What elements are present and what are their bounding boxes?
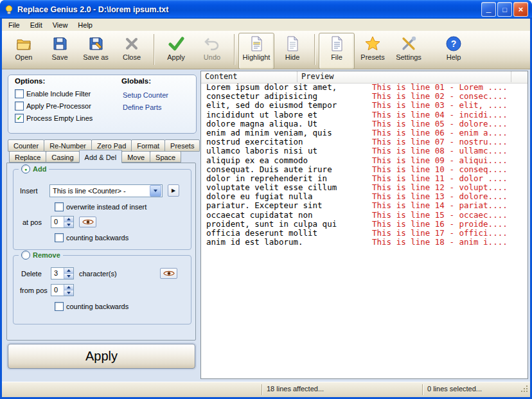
presets-button[interactable]: Presets <box>355 33 391 69</box>
characters-label: character(s) <box>79 270 117 278</box>
preview-eye-button-add[interactable] <box>79 217 96 227</box>
save-button[interactable]: Save <box>42 33 78 69</box>
at-pos-spinner[interactable]: 0 <box>51 216 74 228</box>
spinner-down-icon <box>67 275 71 278</box>
table-row[interactable]: proident, sunt in culpa quiThis is line … <box>201 220 528 229</box>
menu-edit[interactable]: Edit <box>25 20 48 30</box>
add-radio[interactable]: ● <box>21 164 30 173</box>
table-row[interactable]: dolor in reprehenderit inThis is line 11… <box>201 174 528 183</box>
spinner-up-button[interactable] <box>64 285 73 290</box>
preview-cell: This is line 03 - elit, .... <box>372 101 508 110</box>
content-column-header[interactable]: Content <box>201 71 297 82</box>
preview-eye-button-remove[interactable] <box>160 268 177 279</box>
tab-replace[interactable]: Replace <box>9 151 46 163</box>
spinner-down-button[interactable] <box>64 290 73 296</box>
list-rows: Lorem ipsum dolor sit amet,This is line … <box>201 83 528 378</box>
content-cell: dolor in reprehenderit in <box>206 174 327 183</box>
setup-counter-link[interactable]: Setup Counter <box>123 91 168 99</box>
tab-presets[interactable]: Presets <box>164 139 200 152</box>
highlight-button[interactable]: Highlight <box>238 33 274 69</box>
spinner-down-button[interactable] <box>64 274 73 279</box>
help-button[interactable]: ? Help <box>436 33 472 69</box>
table-row[interactable]: pariatur. Excepteur sintThis is line 14 … <box>201 201 528 210</box>
table-row[interactable]: elit, sed do eiusmod temporThis is line … <box>201 101 528 110</box>
apply-toolbar-button[interactable]: Apply <box>158 33 194 69</box>
remove-group-legend: Remove <box>19 251 63 260</box>
from-pos-spinner[interactable]: 0 <box>51 284 74 296</box>
insert-combobox[interactable]: This is line <Counter> - <box>49 184 163 197</box>
from-pos-value: 0 <box>51 285 64 296</box>
checkbox-counting-backwards-remove[interactable]: counting backwards <box>55 302 129 311</box>
remove-group: Remove Delete 3 character(s) from pos 0 <box>13 255 191 324</box>
table-row[interactable]: occaecat cupidatat nonThis is line 15 - … <box>201 211 528 220</box>
spinner-up-icon <box>67 286 71 288</box>
spinner-buttons <box>64 268 73 279</box>
close-button[interactable]: × <box>513 2 528 17</box>
preview-cell: This is line 17 - offici.... <box>372 229 508 238</box>
undo-button[interactable]: Undo <box>194 33 230 69</box>
status-divider <box>422 384 423 395</box>
preview-column-header[interactable]: Preview <box>297 71 511 82</box>
insert-label: Insert <box>20 187 38 195</box>
file-doc-icon <box>328 35 345 52</box>
define-parts-link[interactable]: Define Parts <box>123 103 162 111</box>
spinner-up-button[interactable] <box>64 217 73 222</box>
spinner-down-button[interactable] <box>64 222 73 227</box>
menu-file[interactable]: File <box>3 20 25 30</box>
save-as-button[interactable]: Save as <box>78 33 114 69</box>
checkbox-process-empty-lines[interactable]: ✓ Process Empty Lines <box>15 114 93 123</box>
hide-button[interactable]: Hide <box>274 33 310 69</box>
table-row[interactable]: dolore eu fugiat nullaThis is line 13 - … <box>201 192 528 201</box>
at-pos-value: 0 <box>51 217 64 227</box>
apply-button[interactable]: Apply <box>8 344 195 369</box>
remove-radio[interactable] <box>21 251 30 260</box>
minimize-button[interactable]: ─ <box>481 2 496 17</box>
table-row[interactable]: aliquip ex ea commodoThis is line 09 - a… <box>201 156 528 165</box>
table-row[interactable]: consectetur adipisicingThis is line 02 -… <box>201 92 528 101</box>
preview-cell: This is line 15 - occaec.... <box>372 211 508 220</box>
close-file-button[interactable]: Close <box>114 33 150 69</box>
combo-dropdown-button[interactable] <box>150 185 161 197</box>
maximize-icon: □ <box>502 6 507 13</box>
table-row[interactable]: Lorem ipsum dolor sit amet,This is line … <box>201 83 528 92</box>
tab-add-and-del[interactable]: Add & Del <box>79 150 123 163</box>
table-row[interactable]: incididunt ut labore etThis is line 04 -… <box>201 111 528 120</box>
tab-move[interactable]: Move <box>121 151 150 163</box>
add-group-title: Add <box>33 165 46 173</box>
open-button[interactable]: Open <box>6 33 42 69</box>
maximize-button[interactable]: □ <box>497 2 512 17</box>
menu-help[interactable]: Help <box>73 20 98 30</box>
close-icon: × <box>519 4 524 14</box>
table-row[interactable]: voluptate velit esse cillumThis is line … <box>201 183 528 192</box>
table-row[interactable]: consequat. Duis aute irureThis is line 1… <box>201 165 528 174</box>
content-cell: voluptate velit esse cillum <box>206 183 337 192</box>
checkbox-overwrite[interactable]: overwrite instead of insert <box>55 202 146 211</box>
checkbox-counting-backwards-add[interactable]: counting backwards <box>55 233 129 242</box>
table-row[interactable]: anim id est laborum.This is line 18 - an… <box>201 238 528 247</box>
resize-grip[interactable] <box>520 384 529 396</box>
checkbox-apply-pre-processor[interactable]: Apply Pre-Processor <box>15 102 91 111</box>
table-row[interactable]: nostrud exercitationThis is line 07 - no… <box>201 137 528 146</box>
client-area: File Edit View Help Open Save Save as Cl… <box>2 19 530 397</box>
preview-cell: This is line 18 - anim i.... <box>372 238 508 247</box>
menu-view[interactable]: View <box>48 20 73 30</box>
insert-menu-button[interactable]: ▶ <box>168 184 179 197</box>
tab-casing[interactable]: Casing <box>46 151 79 163</box>
spinner-up-button[interactable] <box>64 268 73 274</box>
delete-spinner[interactable]: 3 <box>51 267 74 279</box>
table-row[interactable]: officia deserunt mollitThis is line 17 -… <box>201 229 528 238</box>
checkbox-box <box>55 233 64 242</box>
file-view-button[interactable]: File <box>319 33 355 69</box>
hide-doc-icon <box>284 35 301 52</box>
checkbox-enable-include-filter[interactable]: Enable Include Filter <box>15 89 91 98</box>
checkbox-box <box>55 302 64 311</box>
checkbox-box <box>15 102 24 111</box>
status-bar: 18 lines affected... 0 lines selected... <box>2 382 530 397</box>
table-row[interactable]: enim ad minim veniam, quisThis is line 0… <box>201 129 528 137</box>
tab-format[interactable]: Format <box>131 139 165 152</box>
table-row[interactable]: dolore magna aliqua. UtThis is line 05 -… <box>201 120 528 129</box>
tab-space[interactable]: Space <box>150 151 181 163</box>
settings-button[interactable]: Settings <box>391 33 427 69</box>
table-row[interactable]: ullamco laboris nisi utThis is line 08 -… <box>201 146 528 155</box>
tab-counter[interactable]: Counter <box>8 139 44 152</box>
